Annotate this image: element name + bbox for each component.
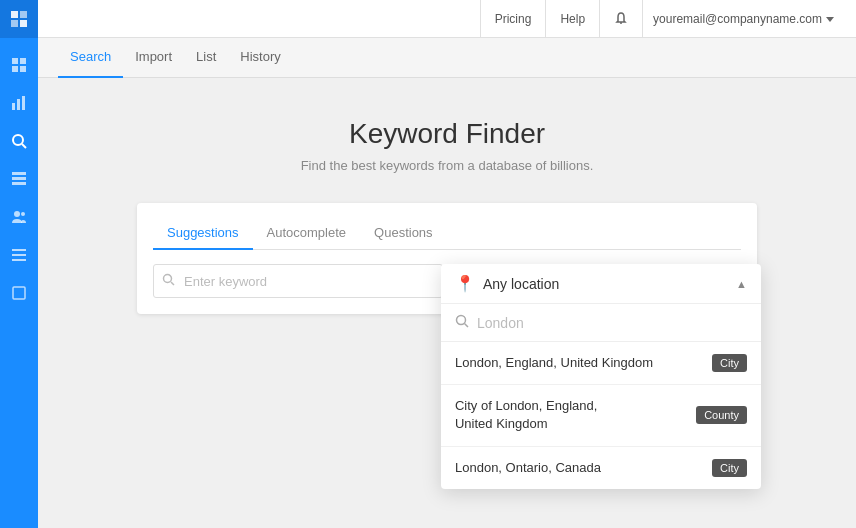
sidebar-item-table[interactable] (0, 160, 38, 198)
svg-rect-2 (11, 20, 18, 27)
dropdown-search-input[interactable]: London (477, 315, 747, 331)
svg-rect-0 (11, 11, 18, 18)
svg-rect-19 (12, 254, 26, 256)
sidebar-item-chart[interactable] (0, 84, 38, 122)
result-badge-1: County (696, 406, 747, 424)
pricing-link[interactable]: Pricing (480, 0, 547, 38)
svg-point-17 (21, 212, 25, 216)
main-area: Pricing Help youremail@companyname.com S… (38, 0, 856, 528)
result-text-0: London, England, United Kingdom (455, 354, 712, 372)
svg-rect-8 (12, 103, 15, 110)
keyword-search-icon (162, 273, 175, 289)
dropdown-result-1[interactable]: City of London, England, United Kingdom … (441, 385, 761, 446)
card-tab-suggestions[interactable]: Suggestions (153, 219, 253, 250)
svg-rect-1 (20, 11, 27, 18)
content-area: Search Import List History Keyword Finde… (38, 38, 856, 528)
card-tab-autocomplete[interactable]: Autocomplete (253, 219, 361, 250)
dropdown-header[interactable]: 📍 Any location ▲ (441, 264, 761, 304)
sub-navigation: Search Import List History (38, 38, 856, 78)
sidebar-item-list[interactable] (0, 236, 38, 274)
result-badge-0: City (712, 354, 747, 372)
subnav-tab-search[interactable]: Search (58, 38, 123, 78)
svg-rect-6 (12, 66, 18, 72)
svg-marker-23 (826, 17, 834, 22)
sidebar-item-keyword[interactable] (0, 122, 38, 160)
keyword-input-wrapper (153, 264, 443, 298)
notifications-icon[interactable] (600, 0, 643, 38)
dropdown-results: London, England, United Kingdom City Cit… (441, 342, 761, 489)
page-subtitle: Find the best keywords from a database o… (301, 158, 594, 173)
help-link[interactable]: Help (546, 0, 600, 38)
svg-point-26 (456, 316, 465, 325)
svg-rect-18 (12, 249, 26, 251)
location-dropdown: 📍 Any location ▲ (441, 264, 761, 489)
result-badge-2: City (712, 459, 747, 477)
search-row: 📍 Any location ▲ 📍 Any location ▲ (153, 264, 741, 298)
page-body: Keyword Finder Find the best keywords fr… (38, 78, 856, 528)
top-navigation: Pricing Help youremail@companyname.com (38, 0, 856, 38)
svg-rect-20 (12, 259, 26, 261)
dropdown-location-label: Any location (483, 276, 728, 292)
location-selector: 📍 Any location ▲ 📍 Any location ▲ (451, 264, 671, 298)
svg-rect-21 (13, 287, 25, 299)
sidebar (0, 0, 38, 528)
user-email[interactable]: youremail@companyname.com (643, 0, 844, 38)
page-title: Keyword Finder (349, 118, 545, 150)
dropdown-pin-icon: 📍 (455, 274, 475, 293)
dropdown-result-2[interactable]: London, Ontario, Canada City (441, 447, 761, 489)
chevron-up-icon: ▲ (736, 278, 747, 290)
sidebar-item-people[interactable] (0, 198, 38, 236)
svg-rect-4 (12, 58, 18, 64)
subnav-tab-import[interactable]: Import (123, 38, 184, 78)
result-text-1: City of London, England, United Kingdom (455, 397, 696, 433)
dropdown-arrow-icon (826, 15, 834, 23)
svg-rect-15 (12, 182, 26, 185)
card-tab-questions[interactable]: Questions (360, 219, 447, 250)
svg-rect-9 (17, 99, 20, 110)
svg-rect-3 (20, 20, 27, 27)
svg-point-11 (13, 135, 23, 145)
search-card: Suggestions Autocomplete Questions (137, 203, 757, 314)
result-text-2: London, Ontario, Canada (455, 459, 712, 477)
svg-rect-14 (12, 177, 26, 180)
subnav-tab-history[interactable]: History (228, 38, 292, 78)
svg-point-24 (164, 275, 172, 283)
dropdown-result-0[interactable]: London, England, United Kingdom City (441, 342, 761, 385)
svg-rect-13 (12, 172, 26, 175)
sidebar-logo[interactable] (0, 0, 38, 38)
dropdown-search-icon (455, 314, 469, 331)
logo-icon (9, 9, 29, 29)
card-tabs: Suggestions Autocomplete Questions (153, 219, 741, 250)
svg-rect-7 (20, 66, 26, 72)
svg-line-25 (171, 282, 174, 285)
keyword-input[interactable] (153, 264, 443, 298)
svg-rect-5 (20, 58, 26, 64)
dropdown-search-row: London (441, 304, 761, 342)
svg-line-12 (22, 144, 26, 148)
subnav-tab-list[interactable]: List (184, 38, 228, 78)
sidebar-item-box[interactable] (0, 274, 38, 312)
sidebar-item-grid[interactable] (0, 46, 38, 84)
svg-rect-10 (22, 96, 25, 110)
svg-point-16 (14, 211, 20, 217)
svg-line-27 (464, 324, 468, 328)
